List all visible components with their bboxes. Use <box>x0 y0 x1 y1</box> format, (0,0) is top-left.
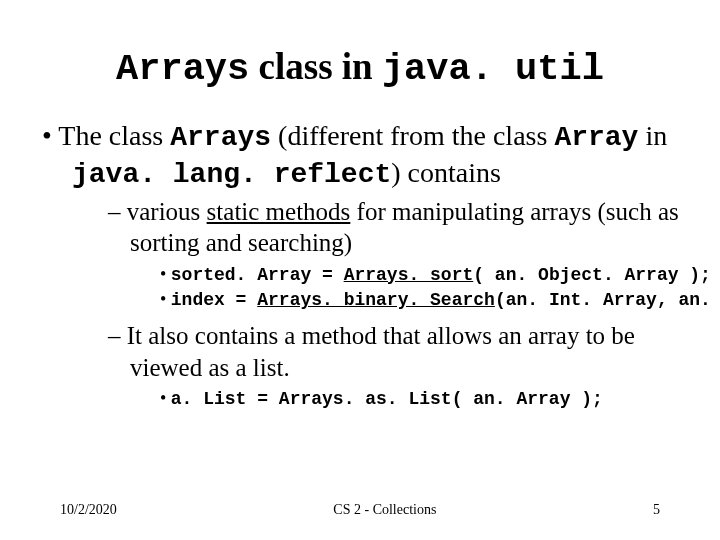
c1b-t3: (an. Int. Array, an. Int); <box>495 290 720 310</box>
title-code-1: Arrays <box>116 48 249 90</box>
c1a-t1: sorted. Array = <box>171 265 344 285</box>
bullet-list: The class Arrays (different from the cla… <box>42 118 690 411</box>
code-1b: index = Arrays. binary. Search(an. Int. … <box>160 288 690 312</box>
slide-title: Arrays class in java. util <box>30 45 690 90</box>
c2-t1: a. List = Arrays. as. List( an. Array ); <box>171 389 603 409</box>
b1-code-reflect: java. lang. reflect <box>72 159 391 190</box>
s1-t1: various <box>127 198 207 225</box>
code-2: a. List = Arrays. as. List( an. Array ); <box>160 387 690 411</box>
c1b-u: Arrays. binary. Search <box>257 290 495 310</box>
b1-t7: ) contains <box>391 157 501 188</box>
c1a-u: Arrays. sort <box>344 265 474 285</box>
b1-t1: The class <box>58 120 170 151</box>
b1-t5: in <box>638 120 667 151</box>
slide: Arrays class in java. util The class Arr… <box>0 0 720 540</box>
c1a-t3: ( an. Object. Array ); <box>473 265 711 285</box>
footer-page: 5 <box>653 502 660 518</box>
code-list-2: a. List = Arrays. as. List( an. Array ); <box>160 387 690 411</box>
b1-code-arrays: Arrays <box>170 122 271 153</box>
s2-t1: It also contains a method that allows an… <box>127 322 635 380</box>
sub-1: various static methods for manipulating … <box>108 196 690 312</box>
sub-list-1: various static methods for manipulating … <box>108 196 690 411</box>
footer: 10/2/2020 CS 2 - Collections 5 <box>0 502 720 518</box>
sub-2: It also contains a method that allows an… <box>108 320 690 411</box>
code-1a: sorted. Array = Arrays. sort( an. Object… <box>160 263 690 287</box>
footer-center: CS 2 - Collections <box>333 502 436 518</box>
code-list-1: sorted. Array = Arrays. sort( an. Object… <box>160 263 690 313</box>
title-text: class in <box>249 46 382 87</box>
s1-underline: static methods <box>207 198 351 225</box>
b1-t3: (different from the class <box>271 120 554 151</box>
c1b-t1: index = <box>171 290 257 310</box>
footer-date: 10/2/2020 <box>60 502 117 518</box>
b1-code-array: Array <box>554 122 638 153</box>
title-code-2: java. util <box>382 48 604 90</box>
bullet-1: The class Arrays (different from the cla… <box>42 118 690 411</box>
